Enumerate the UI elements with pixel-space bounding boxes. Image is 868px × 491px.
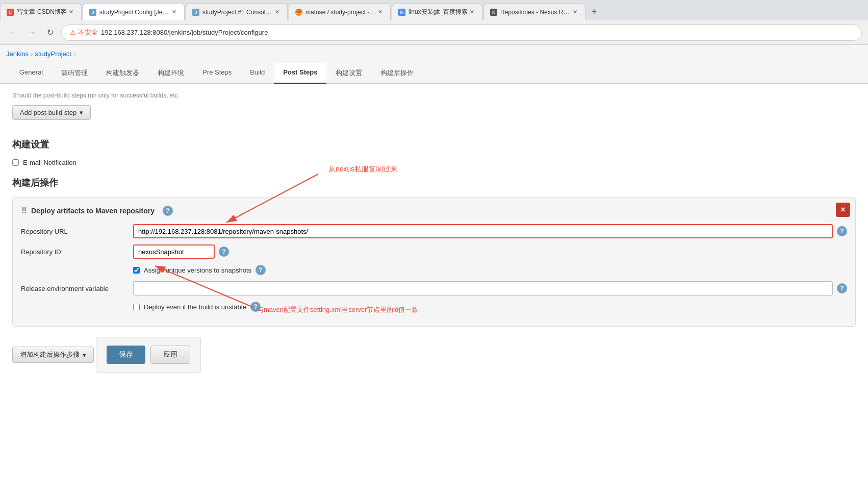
repo-url-row: Repository URL ?	[21, 224, 847, 238]
address-input[interactable]: ⚠ 不安全 192.168.237.128:8080/jenkins/job/s…	[61, 24, 862, 41]
repo-url-input[interactable]	[133, 224, 833, 238]
unique-versions-label: Assign unique versions to snapshots	[144, 266, 251, 274]
tab-jenkins-config-close[interactable]: ✕	[170, 8, 178, 16]
tab-github[interactable]: 🦊 matose / study-project · G... ✕	[289, 3, 391, 20]
deploy-panel: × ⠿ Deploy artifacts to Maven repository…	[12, 197, 856, 327]
forward-button[interactable]: →	[24, 26, 39, 40]
baidu-favicon: 百	[398, 9, 405, 16]
tab-nexus[interactable]: N Repositories - Nexus Repo... ✕	[483, 3, 585, 20]
tab-general[interactable]: General	[10, 63, 52, 84]
github-favicon: 🦊	[295, 9, 302, 16]
tab-presteps[interactable]: Pre Steps	[193, 63, 241, 84]
repo-id-input[interactable]	[133, 244, 215, 259]
action-buttons-container: 保存 应用	[96, 337, 201, 373]
build-settings-title: 构建设置	[12, 138, 856, 151]
nexus-favicon: N	[490, 9, 497, 16]
tab-env[interactable]: 构建环境	[148, 63, 193, 84]
tab-baidu-close[interactable]: ✕	[468, 8, 476, 16]
tab-postbuild[interactable]: 构建后操作	[371, 63, 423, 84]
drag-handle-icon: ⠿	[21, 206, 27, 216]
deploy-panel-help-icon[interactable]: ?	[163, 206, 173, 216]
tab-csdn[interactable]: C 写文章-CSDN博客 ✕	[0, 3, 82, 20]
deploy-panel-title: Deploy artifacts to Maven repository	[31, 207, 155, 215]
tab-github-close[interactable]: ✕	[376, 8, 384, 16]
release-env-row: Release environment variable ?	[21, 281, 847, 296]
tab-github-title: matose / study-project · G...	[305, 9, 376, 16]
deploy-panel-close-button[interactable]: ×	[836, 203, 850, 217]
tab-baidu[interactable]: 百 linux安装git_百度搜索 ✕	[392, 3, 482, 20]
post-build-title: 构建后操作	[12, 177, 856, 189]
email-notification-label: E-mail Notification	[23, 159, 76, 166]
repo-url-label: Repository URL	[21, 228, 133, 235]
new-tab-button[interactable]: +	[586, 3, 602, 20]
release-env-help-icon[interactable]: ?	[837, 283, 847, 293]
repo-id-help-icon[interactable]: ?	[219, 247, 229, 257]
deploy-unstable-label: Deploy even if the build is unstable	[144, 303, 246, 311]
unique-versions-checkbox[interactable]	[133, 267, 140, 274]
email-notification-checkbox[interactable]	[12, 159, 19, 166]
tab-trigger[interactable]: 构建触发器	[97, 63, 148, 84]
jenkins-config-favicon: J	[89, 9, 96, 16]
add-post-build-step-button[interactable]: Add post-build step ▾	[12, 105, 91, 120]
add-post-build-label: 增加构建后操作步骤	[20, 350, 80, 359]
tab-nexus-close[interactable]: ✕	[571, 8, 579, 16]
refresh-button[interactable]: ↻	[43, 26, 57, 40]
breadcrumb-jenkins[interactable]: Jenkins	[6, 50, 29, 58]
tab-jenkins-console-close[interactable]: ✕	[273, 8, 281, 16]
breadcrumb-studyproject[interactable]: studyProject	[35, 50, 71, 58]
main-content: Should the post-build steps run only for…	[0, 84, 868, 491]
tab-build[interactable]: Build	[241, 63, 274, 84]
breadcrumb-sep-2: ›	[73, 50, 75, 58]
release-env-label: Release environment variable	[21, 285, 133, 292]
apply-button[interactable]: 应用	[150, 346, 190, 364]
tab-jenkins-console[interactable]: J studyProject #1 Console [J... ✕	[186, 3, 288, 20]
deploy-panel-container: × ⠿ Deploy artifacts to Maven repository…	[12, 197, 856, 327]
tab-jenkins-console-title: studyProject #1 Console [J...	[202, 9, 273, 16]
address-text: 192.168.237.128:8080/jenkins/job/studyPr…	[101, 29, 268, 36]
repo-id-row: Repository ID ?	[21, 244, 847, 259]
unique-versions-row: Assign unique versions to snapshots ?	[133, 265, 847, 275]
tab-nexus-title: Repositories - Nexus Repo...	[500, 9, 571, 16]
deploy-unstable-row: Deploy even if the build is unstable ?	[133, 302, 847, 312]
back-button[interactable]: ←	[6, 26, 20, 40]
tab-buildsettings[interactable]: 构建设置	[326, 63, 371, 84]
tab-jenkins-config-title: studyProject Config [Jenki...	[99, 9, 170, 16]
csdn-favicon: C	[7, 9, 14, 16]
tab-baidu-title: linux安装git_百度搜索	[409, 8, 468, 16]
deploy-unstable-checkbox[interactable]	[133, 304, 140, 310]
unique-versions-help-icon[interactable]: ?	[256, 265, 266, 275]
breadcrumb-sep-1: ›	[31, 50, 33, 58]
tab-csdn-close[interactable]: ✕	[67, 8, 75, 16]
email-notification-row: E-mail Notification	[12, 159, 856, 166]
deploy-panel-header: ⠿ Deploy artifacts to Maven repository ?	[21, 206, 847, 216]
jenkins-console-favicon: J	[192, 9, 199, 16]
add-post-build-step-label: Add post-build step	[20, 109, 76, 116]
repo-url-help-icon[interactable]: ?	[837, 226, 847, 236]
tab-csdn-title: 写文章-CSDN博客	[17, 8, 67, 16]
security-warning-text: 不安全	[78, 28, 98, 37]
post-build-hint: Should the post-build steps run only for…	[12, 92, 856, 99]
browser-window: C 写文章-CSDN博客 ✕ J studyProject Config [Je…	[0, 0, 868, 491]
add-post-build-arrow: ▾	[83, 351, 86, 359]
breadcrumb: Jenkins › studyProject ›	[0, 45, 868, 63]
release-env-input[interactable]	[133, 281, 833, 296]
tab-source[interactable]: 源码管理	[52, 63, 97, 84]
tab-jenkins-config[interactable]: J studyProject Config [Jenki... ✕	[83, 3, 185, 20]
save-button[interactable]: 保存	[107, 346, 145, 364]
address-bar: ← → ↻ ⚠ 不安全 192.168.237.128:8080/jenkins…	[0, 20, 868, 45]
tab-bar: C 写文章-CSDN博客 ✕ J studyProject Config [Je…	[0, 0, 868, 20]
jenkins-tab-bar: General 源码管理 构建触发器 构建环境 Pre Steps Build …	[0, 63, 868, 84]
repo-id-label: Repository ID	[21, 248, 133, 256]
add-post-build-button[interactable]: 增加构建后操作步骤 ▾	[12, 347, 94, 363]
content-area: Should the post-build steps run only for…	[0, 84, 868, 491]
deploy-unstable-help-icon[interactable]: ?	[250, 302, 261, 312]
add-post-build-step-arrow: ▾	[80, 109, 83, 116]
tab-poststeps[interactable]: Post Steps	[274, 63, 326, 84]
security-warning-icon: ⚠	[70, 29, 76, 36]
